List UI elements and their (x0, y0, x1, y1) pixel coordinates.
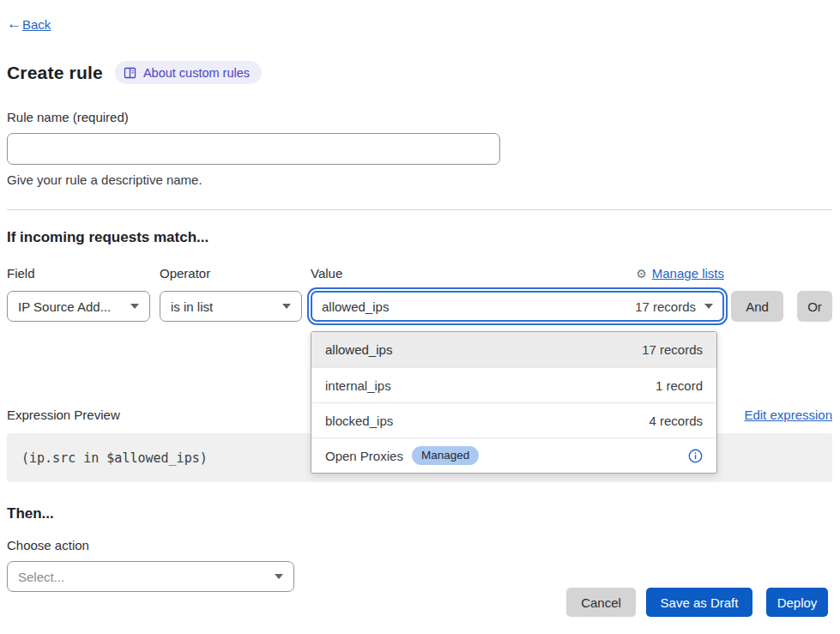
book-icon (124, 67, 136, 79)
value-select[interactable]: allowed_ips 17 records (311, 291, 724, 322)
operator-select-value: is in list (171, 299, 274, 314)
list-item-allowed-ips[interactable]: allowed_ips 17 records (311, 332, 716, 367)
choose-action-label: Choose action (7, 538, 832, 552)
manage-lists-label[interactable]: Manage lists (652, 266, 724, 281)
list-item-count: 17 records (642, 342, 703, 357)
field-column: Field IP Source Add... (7, 266, 150, 322)
title-row: Create rule About custom rules (7, 61, 832, 84)
rule-name-label: Rule name (required) (7, 110, 832, 124)
list-item-blocked-ips[interactable]: blocked_ips 4 records (311, 402, 716, 438)
list-item-name: internal_ips (325, 378, 391, 393)
about-custom-rules-link[interactable]: About custom rules (115, 61, 262, 84)
operator-select[interactable]: is in list (160, 291, 302, 322)
list-item-left: Open Proxies Managed (325, 446, 479, 465)
expression-preview-label: Expression Preview (7, 408, 120, 422)
value-label-row: Value ⚙ Manage lists (311, 266, 724, 281)
save-as-draft-button[interactable]: Save as Draft (646, 588, 752, 617)
value-label: Value (311, 266, 342, 281)
rule-name-input[interactable] (7, 133, 500, 165)
lists-dropdown: allowed_ips 17 records internal_ips 1 re… (311, 331, 717, 474)
list-item-name: blocked_ips (325, 414, 393, 428)
list-item-internal-ips[interactable]: internal_ips 1 record (311, 367, 716, 402)
and-button[interactable]: And (731, 291, 783, 322)
list-item-count: 1 record (656, 378, 703, 393)
then-heading: Then... (7, 505, 832, 522)
back-arrow-icon: ← (7, 15, 21, 33)
back-link[interactable]: ← Back (7, 15, 51, 33)
match-section-heading: If incoming requests match... (7, 229, 832, 246)
field-select[interactable]: IP Source Add... (7, 291, 150, 322)
condition-row: Field IP Source Add... Operator is in li… (7, 266, 832, 322)
chevron-down-icon (704, 304, 713, 309)
edit-expression-link[interactable]: Edit expression (744, 408, 832, 422)
rule-name-helper: Give your rule a descriptive name. (7, 172, 832, 187)
list-item-open-proxies[interactable]: Open Proxies Managed (311, 438, 716, 473)
back-row: ← Back (7, 15, 832, 33)
list-item-name: Open Proxies (325, 449, 403, 463)
managed-badge: Managed (412, 446, 479, 465)
chevron-down-icon (275, 574, 283, 579)
or-button[interactable]: Or (797, 291, 832, 322)
operator-label: Operator (160, 266, 302, 281)
action-select[interactable]: Select... (7, 561, 294, 592)
value-select-count: 17 records (635, 299, 696, 314)
create-rule-page: ← Back Create rule About custom rules Ru… (0, 0, 840, 592)
footer-actions: Cancel Save as Draft Deploy (566, 588, 828, 617)
chevron-down-icon (282, 304, 291, 309)
value-column: Value ⚙ Manage lists allowed_ips 17 reco… (311, 266, 724, 322)
operator-column: Operator is in list (160, 266, 302, 322)
manage-lists-link[interactable]: ⚙ Manage lists (636, 266, 724, 281)
back-link-label[interactable]: Back (22, 17, 51, 32)
action-select-placeholder: Select... (18, 570, 266, 584)
field-label: Field (7, 266, 150, 281)
list-item-name: allowed_ips (325, 342, 392, 357)
info-icon[interactable] (688, 449, 703, 463)
gear-icon: ⚙ (636, 267, 647, 281)
section-divider (7, 209, 832, 210)
list-item-count: 4 records (649, 414, 703, 428)
chevron-down-icon (130, 304, 139, 309)
expression-code: (ip.src in $allowed_ips) (21, 450, 208, 466)
value-select-value: allowed_ips (322, 299, 625, 314)
deploy-button[interactable]: Deploy (766, 588, 828, 617)
page-title: Create rule (7, 63, 103, 83)
cancel-button[interactable]: Cancel (566, 588, 636, 617)
field-select-value: IP Source Add... (18, 299, 122, 314)
about-badge-label: About custom rules (143, 66, 250, 80)
